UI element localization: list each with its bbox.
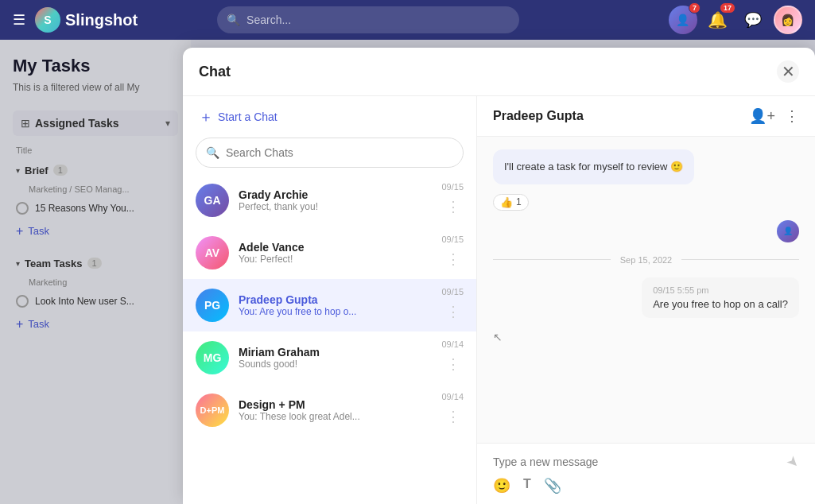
chat-date-design: 09/14 (441, 392, 464, 401)
hamburger-menu[interactable]: ☰ (13, 11, 25, 29)
start-chat-plus-icon: ＋ (199, 107, 213, 126)
message-text: I'll create a task for myself to review … (504, 159, 683, 175)
chat-meta-miriam: 09/14 ⋮ (441, 339, 464, 376)
chat-date-miriam: 09/14 (441, 339, 464, 349)
divider-line-2 (681, 259, 799, 260)
app-name: Slingshot (65, 11, 138, 29)
chat-avatar-miriam: MG (196, 341, 229, 374)
chat-item-design-pm[interactable]: D+PM Design + PM You: These look great A… (183, 384, 476, 436)
chat-info-grady: Grady Archie Perfect, thank you! (239, 188, 432, 212)
reaction-count: 1 (516, 196, 522, 207)
chat-info-pradeep: Pradeep Gupta You: Are you free to hop o… (239, 293, 432, 317)
comment-icon: 💬 (744, 11, 762, 29)
logo-icon: S (35, 7, 60, 33)
conversation-messages: I'll create a task for myself to review … (477, 137, 815, 443)
chat-meta-adele: 09/15 ⋮ (441, 235, 464, 271)
input-row: ➤ (493, 453, 799, 471)
chat-modal-header: Chat ✕ (183, 48, 815, 96)
notifications-avatar[interactable]: 👤 7 (669, 6, 697, 34)
bell-notifications[interactable]: 🔔 17 (704, 6, 732, 34)
chat-item-pradeep[interactable]: PG Pradeep Gupta You: Are you free to ho… (183, 279, 476, 331)
chat-meta-pradeep: 09/15 ⋮ (441, 287, 464, 324)
chat-preview-design: You: These look great Adel... (239, 411, 432, 422)
comments-button[interactable]: 💬 (739, 6, 767, 34)
chat-preview-grady: Perfect, thank you! (239, 201, 432, 212)
chat-avatar-grady: GA (196, 184, 229, 217)
profile-avatar[interactable]: 👩 (774, 6, 802, 34)
chat-date-adele: 09/15 (441, 235, 464, 244)
divider-line (493, 259, 611, 260)
conversation-header: Pradeep Gupta 👤+ ⋮ (477, 96, 815, 137)
chat-item-adele[interactable]: AV Adele Vance You: Perfect! 09/15 ⋮ (183, 227, 476, 279)
global-search[interactable]: 🔍 Search... (217, 6, 519, 33)
message-input-area: ➤ 🙂 T 📎 (477, 443, 815, 504)
sender-avatar-right: 👤 (493, 220, 799, 242)
search-placeholder: Search... (246, 14, 291, 26)
add-contact-button[interactable]: 👤+ (749, 107, 775, 125)
more-options-button[interactable]: ⋮ (785, 107, 799, 125)
cursor-icon: ↖ (493, 331, 503, 343)
chat-more-grady[interactable]: ⋮ (443, 195, 464, 219)
app-logo: S Slingshot (35, 7, 138, 33)
send-button[interactable]: ➤ (782, 452, 803, 472)
chat-info-miriam: Miriam Graham Sounds good! (239, 346, 432, 370)
chat-search-icon: 🔍 (206, 146, 219, 159)
start-chat-label: Start a Chat (218, 110, 277, 123)
badge-count-2: 17 (720, 2, 735, 14)
reaction-emoji: 👍 (500, 196, 513, 208)
chat-preview-miriam: Sounds good! (239, 359, 432, 370)
date-divider: Sep 15, 2022 (493, 255, 799, 265)
chat-date-grady: 09/15 (441, 182, 464, 192)
top-navigation: ☰ S Slingshot 🔍 Search... 👤 7 🔔 17 💬 👩 (0, 0, 815, 40)
chat-search-bar[interactable]: 🔍 (196, 138, 464, 168)
chat-name-adele: Adele Vance (239, 241, 432, 254)
chat-list-panel: ＋ Start a Chat 🔍 GA Grady Archie Perfect… (183, 96, 477, 504)
sender-avatar-circle: 👤 (777, 220, 799, 242)
chat-info-design: Design + PM You: These look great Adel..… (239, 398, 432, 422)
badge-count-1: 7 (689, 2, 701, 14)
date-divider-text: Sep 15, 2022 (620, 255, 672, 265)
chat-name-pradeep: Pradeep Gupta (239, 293, 432, 306)
emoji-button[interactable]: 🙂 (493, 477, 510, 494)
conversation-actions: 👤+ ⋮ (749, 107, 799, 125)
chat-more-miriam[interactable]: ⋮ (443, 352, 464, 376)
chat-name-miriam: Miriam Graham (239, 346, 432, 359)
message-input[interactable] (493, 456, 781, 468)
message-bubble: I'll create a task for myself to review … (493, 149, 694, 184)
chat-preview-adele: You: Perfect! (239, 254, 432, 265)
attachment-button[interactable]: 📎 (544, 477, 561, 494)
chat-meta-design: 09/14 ⋮ (441, 392, 464, 428)
message-toolbar: 🙂 T 📎 (493, 471, 799, 494)
chat-body: ＋ Start a Chat 🔍 GA Grady Archie Perfect… (183, 96, 815, 504)
chat-item-grady[interactable]: GA Grady Archie Perfect, thank you! 09/1… (183, 174, 476, 227)
message-received: I'll create a task for myself to review … (493, 149, 799, 211)
chat-info-adele: Adele Vance You: Perfect! (239, 241, 432, 265)
message-reaction[interactable]: 👍 1 (493, 194, 529, 211)
system-message-time: 09/15 5:55 pm (653, 285, 788, 295)
chat-meta-grady: 09/15 ⋮ (441, 182, 464, 219)
chat-avatar-adele: AV (196, 236, 229, 269)
chat-modal: Chat ✕ ＋ Start a Chat 🔍 GA (183, 48, 815, 504)
system-message-text: Are you free to hop on a call? (653, 298, 788, 310)
chat-list: GA Grady Archie Perfect, thank you! 09/1… (183, 174, 476, 504)
system-message: 09/15 5:55 pm Are you free to hop on a c… (642, 277, 799, 318)
chat-preview-pradeep: You: Are you free to hop o... (239, 306, 432, 317)
chat-modal-title: Chat (199, 64, 231, 80)
conversation-contact-name: Pradeep Gupta (493, 109, 584, 123)
chat-close-button[interactable]: ✕ (777, 60, 799, 83)
chat-name-grady: Grady Archie (239, 188, 432, 201)
text-format-button[interactable]: T (523, 477, 531, 494)
chat-item-miriam[interactable]: MG Miriam Graham Sounds good! 09/14 ⋮ (183, 331, 476, 384)
conversation-panel: Pradeep Gupta 👤+ ⋮ I'll create a task fo… (477, 96, 815, 504)
chat-more-adele[interactable]: ⋮ (443, 247, 464, 271)
chat-avatar-pradeep: PG (196, 289, 229, 322)
chat-more-design[interactable]: ⋮ (443, 405, 464, 428)
nav-right-actions: 👤 7 🔔 17 💬 👩 (669, 6, 802, 34)
cursor-indicator: ↖ (493, 328, 799, 350)
chat-name-design: Design + PM (239, 398, 432, 411)
chat-more-pradeep[interactable]: ⋮ (443, 300, 464, 324)
chat-search-input[interactable] (226, 146, 453, 159)
start-chat-button[interactable]: ＋ Start a Chat (183, 96, 476, 138)
chat-date-pradeep: 09/15 (441, 287, 464, 297)
main-layout: My Tasks This is a filtered view of all … (0, 40, 815, 504)
